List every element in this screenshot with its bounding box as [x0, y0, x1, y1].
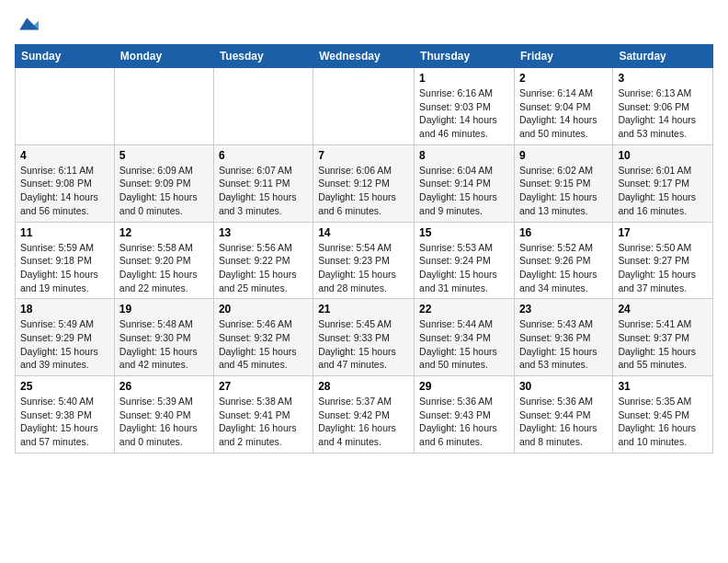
- calendar-cell: 3Sunrise: 6:13 AMSunset: 9:06 PMDaylight…: [613, 68, 713, 145]
- calendar-cell: 29Sunrise: 5:36 AMSunset: 9:43 PMDayligh…: [415, 376, 515, 454]
- cell-info: Sunrise: 6:13 AMSunset: 9:06 PMDaylight:…: [618, 86, 708, 141]
- calendar-cell: 9Sunrise: 6:02 AMSunset: 9:15 PMDaylight…: [514, 144, 612, 222]
- cell-info: Sunrise: 5:43 AMSunset: 9:36 PMDaylight:…: [519, 317, 608, 372]
- col-header-tuesday: Tuesday: [213, 45, 313, 68]
- calendar-cell: 24Sunrise: 5:41 AMSunset: 9:37 PMDayligh…: [613, 299, 713, 376]
- calendar-cell: 22Sunrise: 5:44 AMSunset: 9:34 PMDayligh…: [415, 299, 515, 376]
- calendar-cell: 16Sunrise: 5:52 AMSunset: 9:26 PMDayligh…: [514, 222, 612, 299]
- calendar-cell: 30Sunrise: 5:36 AMSunset: 9:44 PMDayligh…: [514, 376, 612, 454]
- cell-info: Sunrise: 5:54 AMSunset: 9:23 PMDaylight:…: [318, 241, 409, 295]
- day-number: 23: [519, 303, 608, 316]
- cell-info: Sunrise: 5:44 AMSunset: 9:34 PMDaylight:…: [419, 317, 509, 372]
- cell-info: Sunrise: 5:52 AMSunset: 9:26 PMDaylight:…: [519, 241, 608, 295]
- col-header-monday: Monday: [114, 45, 213, 68]
- cell-info: Sunrise: 6:09 AMSunset: 9:09 PMDaylight:…: [119, 164, 209, 218]
- cell-info: Sunrise: 5:49 AMSunset: 9:29 PMDaylight:…: [20, 317, 109, 372]
- calendar-cell: [213, 68, 313, 145]
- day-number: 11: [20, 226, 109, 239]
- calendar-cell: 11Sunrise: 5:59 AMSunset: 9:18 PMDayligh…: [16, 222, 115, 299]
- calendar-cell: 14Sunrise: 5:54 AMSunset: 9:23 PMDayligh…: [313, 222, 415, 299]
- day-number: 31: [618, 380, 708, 393]
- day-number: 26: [119, 380, 209, 393]
- calendar-cell: 21Sunrise: 5:45 AMSunset: 9:33 PMDayligh…: [313, 299, 415, 376]
- day-number: 28: [318, 380, 409, 393]
- cell-info: Sunrise: 5:56 AMSunset: 9:22 PMDaylight:…: [219, 241, 308, 295]
- logo: [15, 15, 39, 33]
- cell-info: Sunrise: 5:39 AMSunset: 9:40 PMDaylight:…: [119, 395, 209, 449]
- cell-info: Sunrise: 5:36 AMSunset: 9:43 PMDaylight:…: [419, 395, 509, 449]
- day-number: 5: [119, 149, 209, 162]
- calendar-cell: 2Sunrise: 6:14 AMSunset: 9:04 PMDaylight…: [514, 68, 612, 145]
- cell-info: Sunrise: 5:59 AMSunset: 9:18 PMDaylight:…: [20, 241, 109, 295]
- cell-info: Sunrise: 6:14 AMSunset: 9:04 PMDaylight:…: [519, 86, 608, 141]
- day-number: 24: [618, 303, 708, 316]
- day-number: 9: [519, 149, 608, 162]
- calendar-week-3: 11Sunrise: 5:59 AMSunset: 9:18 PMDayligh…: [16, 222, 713, 299]
- day-number: 20: [219, 303, 308, 316]
- cell-info: Sunrise: 5:53 AMSunset: 9:24 PMDaylight:…: [419, 241, 509, 295]
- calendar-week-4: 18Sunrise: 5:49 AMSunset: 9:29 PMDayligh…: [16, 299, 713, 376]
- cell-info: Sunrise: 6:02 AMSunset: 9:15 PMDaylight:…: [519, 164, 608, 218]
- calendar-cell: 26Sunrise: 5:39 AMSunset: 9:40 PMDayligh…: [114, 376, 213, 454]
- calendar-week-2: 4Sunrise: 6:11 AMSunset: 9:08 PMDaylight…: [16, 144, 713, 222]
- day-number: 17: [618, 226, 708, 239]
- day-number: 8: [419, 149, 509, 162]
- day-number: 4: [20, 149, 109, 162]
- calendar-cell: 28Sunrise: 5:37 AMSunset: 9:42 PMDayligh…: [313, 376, 415, 454]
- cell-info: Sunrise: 6:01 AMSunset: 9:17 PMDaylight:…: [618, 164, 708, 218]
- cell-info: Sunrise: 5:35 AMSunset: 9:45 PMDaylight:…: [618, 395, 708, 449]
- cell-info: Sunrise: 5:41 AMSunset: 9:37 PMDaylight:…: [618, 317, 708, 372]
- day-number: 14: [318, 226, 409, 239]
- day-number: 22: [419, 303, 509, 316]
- calendar-cell: 27Sunrise: 5:38 AMSunset: 9:41 PMDayligh…: [213, 376, 313, 454]
- cell-info: Sunrise: 6:11 AMSunset: 9:08 PMDaylight:…: [20, 164, 109, 218]
- calendar-cell: [16, 68, 115, 145]
- calendar-cell: 4Sunrise: 6:11 AMSunset: 9:08 PMDaylight…: [16, 144, 115, 222]
- calendar-week-1: 1Sunrise: 6:16 AMSunset: 9:03 PMDaylight…: [16, 68, 713, 145]
- logo-icon: [17, 15, 39, 33]
- calendar-cell: 19Sunrise: 5:48 AMSunset: 9:30 PMDayligh…: [114, 299, 213, 376]
- calendar-cell: 18Sunrise: 5:49 AMSunset: 9:29 PMDayligh…: [16, 299, 115, 376]
- day-number: 25: [20, 380, 109, 393]
- cell-info: Sunrise: 6:04 AMSunset: 9:14 PMDaylight:…: [419, 164, 509, 218]
- day-number: 7: [318, 149, 409, 162]
- day-number: 3: [618, 72, 708, 85]
- col-header-thursday: Thursday: [415, 45, 515, 68]
- header-row: SundayMondayTuesdayWednesdayThursdayFrid…: [16, 45, 713, 68]
- cell-info: Sunrise: 6:06 AMSunset: 9:12 PMDaylight:…: [318, 164, 409, 218]
- col-header-saturday: Saturday: [613, 45, 713, 68]
- day-number: 1: [419, 72, 509, 85]
- day-number: 27: [219, 380, 308, 393]
- day-number: 12: [119, 226, 209, 239]
- cell-info: Sunrise: 5:50 AMSunset: 9:27 PMDaylight:…: [618, 241, 708, 295]
- col-header-friday: Friday: [514, 45, 612, 68]
- cell-info: Sunrise: 5:48 AMSunset: 9:30 PMDaylight:…: [119, 317, 209, 372]
- calendar-cell: 5Sunrise: 6:09 AMSunset: 9:09 PMDaylight…: [114, 144, 213, 222]
- calendar-cell: [313, 68, 415, 145]
- day-number: 10: [618, 149, 708, 162]
- day-number: 29: [419, 380, 509, 393]
- cell-info: Sunrise: 5:36 AMSunset: 9:44 PMDaylight:…: [519, 395, 608, 449]
- day-number: 2: [519, 72, 608, 85]
- calendar-cell: 15Sunrise: 5:53 AMSunset: 9:24 PMDayligh…: [415, 222, 515, 299]
- calendar-cell: 13Sunrise: 5:56 AMSunset: 9:22 PMDayligh…: [213, 222, 313, 299]
- calendar-cell: 10Sunrise: 6:01 AMSunset: 9:17 PMDayligh…: [613, 144, 713, 222]
- day-number: 15: [419, 226, 509, 239]
- calendar-cell: 25Sunrise: 5:40 AMSunset: 9:38 PMDayligh…: [16, 376, 115, 454]
- day-number: 18: [20, 303, 109, 316]
- page-header: [15, 15, 713, 33]
- cell-info: Sunrise: 5:37 AMSunset: 9:42 PMDaylight:…: [318, 395, 409, 449]
- cell-info: Sunrise: 5:40 AMSunset: 9:38 PMDaylight:…: [20, 395, 109, 449]
- calendar-cell: 17Sunrise: 5:50 AMSunset: 9:27 PMDayligh…: [613, 222, 713, 299]
- calendar-cell: 12Sunrise: 5:58 AMSunset: 9:20 PMDayligh…: [114, 222, 213, 299]
- cell-info: Sunrise: 5:45 AMSunset: 9:33 PMDaylight:…: [318, 317, 409, 372]
- cell-info: Sunrise: 5:38 AMSunset: 9:41 PMDaylight:…: [219, 395, 308, 449]
- calendar-cell: [114, 68, 213, 145]
- cell-info: Sunrise: 5:46 AMSunset: 9:32 PMDaylight:…: [219, 317, 308, 372]
- calendar-table: SundayMondayTuesdayWednesdayThursdayFrid…: [15, 44, 713, 454]
- calendar-cell: 31Sunrise: 5:35 AMSunset: 9:45 PMDayligh…: [613, 376, 713, 454]
- calendar-cell: 6Sunrise: 6:07 AMSunset: 9:11 PMDaylight…: [213, 144, 313, 222]
- day-number: 13: [219, 226, 308, 239]
- day-number: 16: [519, 226, 608, 239]
- cell-info: Sunrise: 5:58 AMSunset: 9:20 PMDaylight:…: [119, 241, 209, 295]
